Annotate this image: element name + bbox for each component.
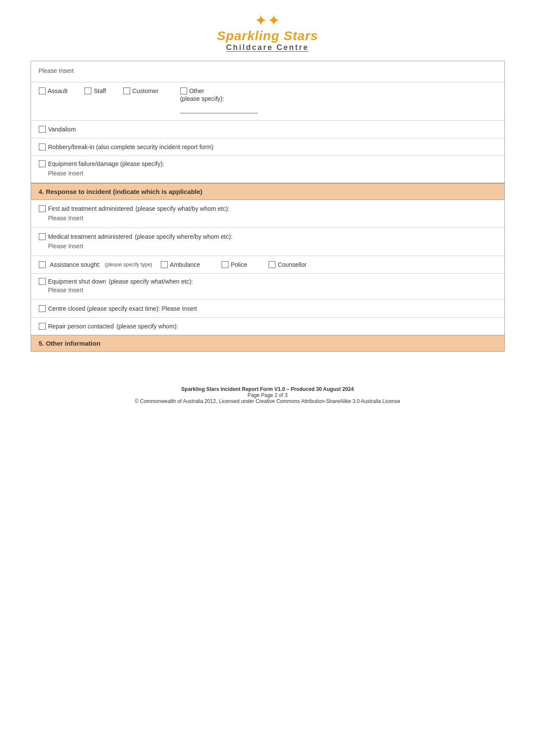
first-aid-specify: (please specify what/by whom etc): [135,205,229,212]
footer: Sparkling Stars Incident Report Form V1.… [135,386,400,404]
equipment-failure-row: Equipment failure/damage (please specify… [31,156,504,183]
please-insert-top-row: Please Insert [31,61,504,82]
footer-line2: Page 2 of 3 [261,392,287,398]
equipment-failure-checkbox[interactable] [39,160,46,167]
assault-checkbox[interactable] [39,87,46,94]
assault-label: Assault [48,87,68,94]
section4-header: 4. Response to incident (indicate which … [31,183,504,200]
centre-closed-row: Centre closed (please specify exact time… [31,300,504,318]
centre-closed-checkbox[interactable] [39,305,46,312]
equip-shut-insert-text: Please Insert [48,287,84,294]
ambulance-checkbox[interactable] [161,261,168,268]
equipment-insert-text: Please Insert [48,170,84,177]
first-aid-row: First aid treatment administered (please… [31,200,504,228]
medical-specify: (please specify where/by whom etc): [135,233,232,240]
counsellor-checkbox[interactable] [269,261,275,268]
footer-page-label: Page [247,392,261,398]
customer-checkbox[interactable] [123,87,130,94]
ambulance-label: Ambulance [170,261,200,268]
medical-label: Medical treatment administered [48,233,132,240]
police-label: Police [231,261,247,268]
other-label: Other [189,87,204,94]
repair-person-row: Repair person contacted (please specify … [31,318,504,335]
medical-checkbox[interactable] [39,233,46,240]
medical-insert-text: Please Insert [48,243,84,250]
counsellor-checkbox-item[interactable]: Counsellor [269,261,307,268]
vandalism-checkbox[interactable] [39,126,46,133]
assistance-specify-label: (please specify type) [105,262,152,268]
repair-person-specify: (please specify whom): [116,323,178,330]
customer-label: Customer [132,87,159,94]
other-checkbox[interactable] [180,87,187,94]
robbery-row: Robbery/break-in (also complete security… [31,138,504,156]
other-specify-label: (please specify): [180,95,224,102]
first-aid-checkbox[interactable] [39,205,46,212]
assistance-row: Assistance sought: (please specify type)… [31,256,504,274]
ambulance-checkbox-item[interactable]: Ambulance [161,261,200,268]
staff-checkbox-item[interactable]: Staff [84,87,106,94]
police-checkbox[interactable] [222,261,228,268]
repair-person-checkbox[interactable] [39,323,46,330]
other-specify-input[interactable] [180,106,258,113]
equip-shut-checkbox[interactable] [39,278,46,285]
section5-header: 5. Other information [31,335,504,351]
assistance-label: Assistance sought: [50,261,101,268]
first-aid-label: First aid treatment administered [48,205,133,212]
section4-heading-text: 4. Response to incident (indicate which … [39,188,203,195]
staff-checkbox[interactable] [84,87,91,94]
logo-sparkling-text: Sparkling Stars [217,28,318,43]
other-specify-block: Other (please specify): [180,87,258,113]
equip-shut-specify: (please specify what/when etc): [109,278,193,285]
assault-checkbox-item[interactable]: Assault [39,87,68,94]
assistance-checkbox[interactable] [39,261,46,268]
please-insert-top-text: Please Insert [39,67,74,74]
logo-area: ✦✦ Sparkling Stars Childcare Centre [217,13,318,52]
robbery-checkbox[interactable] [39,144,46,150]
section5-heading-text: 5. Other information [39,340,100,347]
assault-checkboxes: Assault Staff Customer Other (p [39,87,497,113]
centre-closed-label: Centre closed (please specify exact time… [48,305,197,312]
form-box: Please Insert Assault Staff Customer [31,61,505,352]
equipment-failure-label: Equipment failure/damage (please specify… [48,160,164,167]
customer-checkbox-item[interactable]: Customer [123,87,159,94]
vandalism-label: Vandalism [48,126,76,133]
first-aid-insert-text: Please Insert [48,215,84,222]
police-checkbox-item[interactable]: Police [222,261,247,268]
counsellor-label: Counsellor [278,261,307,268]
logo-childcare-text: Childcare Centre [226,43,309,52]
vandalism-row: Vandalism [31,121,504,138]
repair-person-label: Repair person contacted [48,323,114,330]
assault-row: Assault Staff Customer Other (p [31,82,504,121]
equipment-shut-row: Equipment shut down (please specify what… [31,274,504,300]
footer-line1: Sparkling Stars Incident Report Form V1.… [135,386,400,392]
footer-line3: © Commonwealth of Australia 2012, Licens… [135,398,400,404]
logo-icon: ✦✦ [254,13,280,28]
equip-shut-label: Equipment shut down [48,278,106,285]
staff-label: Staff [94,87,106,94]
robbery-label: Robbery/break-in (also complete security… [48,144,214,150]
medical-treatment-row: Medical treatment administered (please s… [31,228,504,256]
